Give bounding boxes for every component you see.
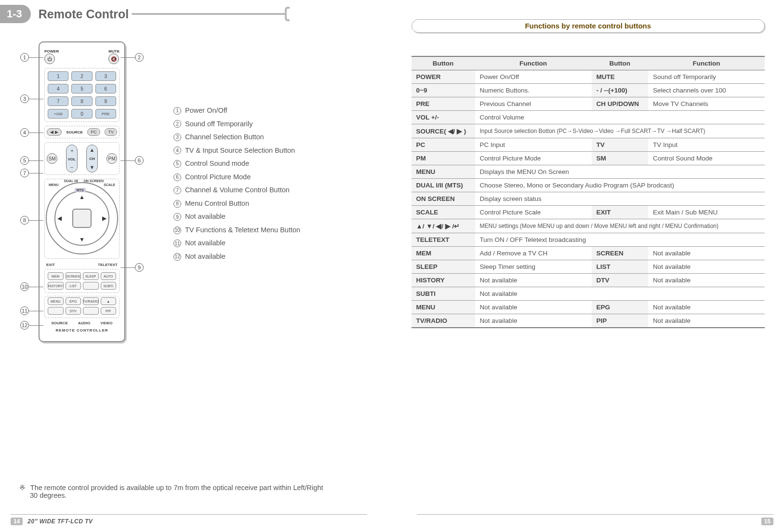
- page-number-right: 15: [761, 518, 773, 525]
- legend-item: 2Sound off Temporarily: [173, 118, 300, 131]
- legend-item: 1Power On/Off: [173, 104, 300, 118]
- source-pill: ◀▶: [47, 128, 62, 136]
- table-row: SCALEControl Picture ScaleEXITExit Main …: [412, 206, 765, 219]
- button-cell: - / --(+100): [592, 84, 648, 97]
- legend-text: Channel Selection Button: [185, 131, 264, 144]
- pm-button: PM: [106, 153, 117, 164]
- callout-6: 6: [135, 156, 144, 165]
- ok-button: [72, 209, 92, 228]
- legend-index: 6: [173, 173, 181, 181]
- legend-item: 4TV & Input Source Selection Button: [173, 144, 300, 158]
- right-arrow-icon: ▶: [102, 215, 106, 222]
- legend-text: TV Functions & Teletext Menu Button: [185, 224, 300, 237]
- remote-footer-label: REMOTE CONTROLLER: [44, 328, 120, 332]
- blank-btn-1: [83, 282, 99, 290]
- ch-rocker: ▲CH▼: [86, 145, 98, 173]
- numpad: 1 2 3 4 5 6 7 8 9 +100 0 PRE: [44, 68, 120, 122]
- note-symbol: ※: [19, 484, 26, 492]
- note-line-1: The remote control provided is available…: [30, 484, 323, 492]
- note-line-2: 30 degrees.: [19, 492, 373, 499]
- tv-pill: TV: [105, 128, 117, 136]
- page-number-left: 14: [11, 518, 23, 525]
- button-cell: TELETEXT: [412, 233, 475, 247]
- section-title: Remote Control: [39, 7, 129, 21]
- legend-item: 12Not available: [173, 250, 300, 264]
- callout-1: 1: [20, 53, 29, 62]
- source-label2: SOURCE: [52, 321, 68, 325]
- function-cell: Control Sound Mode: [648, 152, 765, 165]
- callout-9: 9: [135, 263, 144, 272]
- auto-btn: AUTO: [101, 272, 117, 280]
- num-9: 9: [95, 96, 116, 106]
- blank-b1: [48, 307, 64, 315]
- num-2: 2: [71, 71, 92, 81]
- vol-rocker: ＋VOL−: [66, 145, 78, 173]
- button-cell: SOURCE( ◀/ ▶ ): [412, 124, 475, 138]
- button-cell: 0~9: [412, 84, 475, 97]
- callout-3: 3: [20, 94, 29, 103]
- table-row: SUBTINot available: [412, 287, 765, 301]
- legend-item: 11Not available: [173, 237, 300, 250]
- function-cell: Sleep Timer setting: [475, 260, 592, 274]
- button-cell: MEM: [412, 247, 475, 260]
- function-cell: Not available: [648, 274, 765, 287]
- function-cell: Not available: [475, 274, 592, 287]
- function-cell: Displays the MENU On Screen: [475, 165, 765, 179]
- th-function-1: Function: [475, 56, 592, 70]
- callout-2: 2: [135, 53, 144, 62]
- table-row: TV/RADIONot availablePIPNot available: [412, 314, 765, 328]
- button-cell: MENU: [412, 165, 475, 179]
- function-cell: Not available: [648, 301, 765, 314]
- callout-8: 8: [20, 216, 29, 225]
- function-cell: Power On/Off: [475, 70, 592, 84]
- callout-12: 12: [20, 321, 29, 330]
- legend-index: 7: [173, 186, 181, 194]
- legend-item: 7Channel & Volume Control Button: [173, 184, 300, 197]
- th-function-2: Function: [648, 56, 765, 70]
- mem-btn: MEM: [48, 272, 64, 280]
- left-arrow-icon: ◀: [57, 215, 62, 222]
- functions-table: Button Function Button Function POWERPow…: [412, 56, 765, 328]
- table-row: MENUDisplays the MENU On Screen: [412, 165, 765, 179]
- epg-btn: EPG: [66, 297, 81, 305]
- remote-diagram: POWER ⏻ MUTE 🔇 1 2 3 4 5: [19, 37, 145, 342]
- section-header: 1-3 Remote Control: [0, 5, 373, 23]
- arc-onscreen: ON SCREEN: [83, 179, 104, 183]
- table-row: POWERPower On/OffMUTESound off Temporari…: [412, 70, 765, 84]
- func-grid-2: MENU EPG TV/RADIO ▲ DTV PIP: [44, 296, 120, 318]
- sleep-btn: SLEEP: [83, 272, 99, 280]
- legend-index: 9: [173, 213, 181, 221]
- button-cell: MENU: [412, 301, 475, 314]
- function-cell: PC Input: [475, 138, 592, 152]
- function-cell: Display screen status: [475, 192, 765, 206]
- vol-ch-block: SM ＋VOL− ▲CH▼ PM: [44, 142, 120, 175]
- table-row: MENUNot availableEPGNot available: [412, 301, 765, 314]
- mute-button-icon: 🔇: [108, 53, 119, 64]
- mts-label: MTS: [75, 188, 86, 192]
- function-cell: Choose Stereo, Mono or Secondary Audio P…: [475, 179, 765, 192]
- legend-index: 1: [173, 107, 181, 115]
- button-cell: SM: [592, 152, 648, 165]
- function-cell: Sound off Temporarily: [648, 70, 765, 84]
- subti-btn: SUBTI: [101, 282, 117, 290]
- button-cell: EPG: [592, 301, 648, 314]
- legend-text: Not available: [185, 250, 226, 264]
- legend-item: 9Not available: [173, 210, 300, 224]
- num-5: 5: [71, 84, 92, 93]
- section-number: 1-3: [0, 5, 31, 23]
- table-row: HISTORYNot availableDTVNot available: [412, 274, 765, 287]
- function-cell: Numeric Buttons.: [475, 84, 592, 97]
- num-3: 3: [95, 71, 116, 81]
- left-page: 1-3 Remote Control POWER ⏻ MUTE 🔇: [0, 0, 392, 532]
- nav-ring: MENU SCALE DUAL I/II ON SCREEN ▲ ▼ ◀ ▶ M…: [46, 182, 118, 254]
- function-cell: Not available: [648, 314, 765, 328]
- th-button-2: Button: [592, 56, 648, 70]
- legend-text: Power On/Off: [185, 104, 227, 118]
- power-label: POWER: [44, 49, 59, 53]
- function-cell: Input Source selection Botton (PC→S-Vide…: [475, 124, 765, 138]
- table-row: PREPrevious ChannelCH UP/DOWNMove TV Cha…: [412, 97, 765, 111]
- video-label: VIDEO: [101, 321, 113, 325]
- function-cell: Control Picture Mode: [475, 152, 592, 165]
- legend-index: 12: [173, 253, 181, 261]
- button-cell: EXIT: [592, 206, 648, 219]
